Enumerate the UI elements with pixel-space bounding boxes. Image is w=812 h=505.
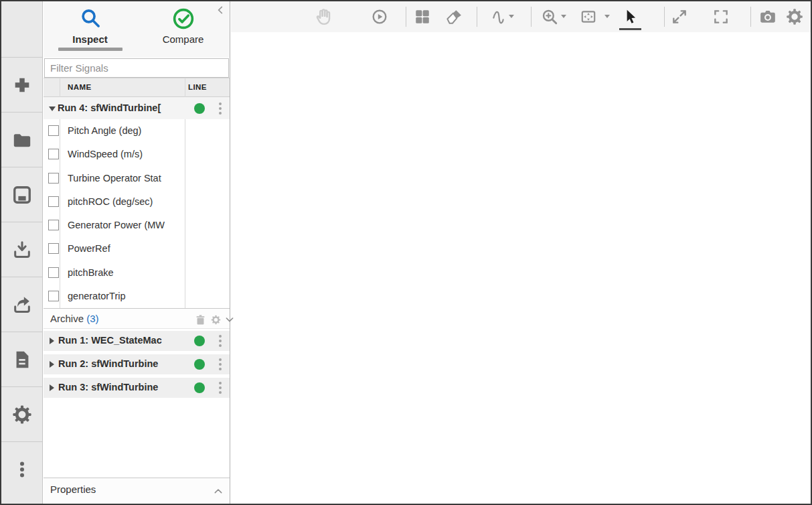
expander-caret-right-icon[interactable] — [50, 338, 54, 344]
signal-line-swatch[interactable] — [194, 177, 226, 180]
plot-settings-button[interactable] — [785, 7, 804, 26]
archive-run-list: Run 1: WEC_StateMac Run 2: sfWindTurbine… — [44, 331, 230, 401]
signal-checkbox[interactable] — [48, 243, 59, 254]
archive-run-label: Run 2: sfWindTurbine — [58, 358, 189, 369]
filter-signals-box — [44, 58, 229, 78]
plus-icon — [12, 75, 32, 95]
fit-to-view-dropdown[interactable] — [604, 15, 610, 18]
signal-row[interactable]: pitchBrake — [44, 261, 230, 285]
toolbar-separator — [531, 7, 532, 27]
open-button[interactable] — [1, 112, 42, 167]
fullscreen-button[interactable] — [712, 7, 730, 26]
signal-checkbox[interactable] — [48, 267, 59, 278]
expander-caret-down-icon[interactable] — [49, 106, 56, 111]
save-button[interactable] — [1, 167, 42, 222]
collapse-panel-button[interactable] — [216, 5, 226, 18]
signal-line-swatch[interactable] — [194, 200, 226, 204]
fit-to-view-icon — [580, 8, 597, 25]
signal-row[interactable]: Pitch Angle (deg) — [44, 119, 230, 143]
run-menu-button[interactable] — [215, 334, 226, 348]
clear-subplots-button[interactable] — [444, 7, 463, 26]
run-status-dot — [194, 103, 205, 114]
pointer-tool-button[interactable] — [621, 7, 639, 26]
chevron-left-icon — [216, 5, 226, 15]
signal-checkbox[interactable] — [48, 149, 59, 159]
subplot-layout-button[interactable] — [413, 7, 432, 26]
snapshot-button[interactable] — [758, 7, 777, 26]
signal-line-swatch[interactable] — [194, 271, 226, 275]
signal-options-button[interactable] — [490, 7, 509, 26]
import-button[interactable] — [1, 222, 42, 277]
properties-bar[interactable]: Properties — [44, 478, 230, 502]
column-divider — [185, 78, 185, 97]
document-icon — [12, 350, 32, 370]
add-button[interactable] — [1, 57, 42, 112]
panel-tabs: Inspect Compare — [44, 1, 230, 58]
signal-row[interactable]: PowerRef — [44, 237, 230, 261]
preferences-button[interactable] — [1, 386, 42, 441]
zoom-in-button[interactable] — [540, 7, 559, 26]
more-options-button[interactable] — [1, 441, 42, 496]
column-divider — [185, 119, 185, 309]
archive-settings-button[interactable] — [208, 312, 223, 327]
table-header: NAME LINE — [44, 78, 230, 97]
export-button[interactable] — [1, 277, 42, 332]
signal-checkbox[interactable] — [48, 291, 59, 301]
signal-row[interactable]: Turbine Operator Stat — [44, 167, 230, 190]
chevron-up-icon — [213, 486, 224, 496]
pan-tool-button[interactable] — [313, 7, 332, 26]
signal-line-swatch[interactable] — [194, 247, 226, 250]
signal-row[interactable]: pitchROC (deg/sec) — [44, 190, 230, 214]
archive-run-row[interactable]: Run 1: WEC_StateMac — [44, 331, 230, 351]
run-menu-button[interactable] — [215, 380, 226, 395]
export-share-icon — [12, 295, 32, 315]
simulation-data-inspector-window: Inspect Compare NAME LINE Run 4: sfWindT… — [0, 0, 812, 505]
app-rail — [1, 1, 43, 504]
cursor-arrow-icon — [621, 8, 639, 25]
archive-delete-button[interactable] — [193, 312, 208, 327]
folder-icon — [12, 130, 32, 150]
archive-run-row[interactable]: Run 2: sfWindTurbine — [44, 354, 230, 374]
run-row-current[interactable]: Run 4: sfWindTurbine[ — [44, 97, 230, 121]
import-icon — [12, 240, 32, 260]
signal-list: Pitch Angle (deg) WindSpeed (m/s) Turbin… — [44, 119, 230, 309]
expander-caret-right-icon[interactable] — [50, 384, 54, 391]
replay-button[interactable] — [370, 7, 389, 26]
tab-inspect[interactable]: Inspect — [44, 1, 137, 58]
signal-checkbox[interactable] — [48, 173, 59, 184]
expand-plot-button[interactable] — [670, 7, 689, 26]
signal-line-swatch[interactable] — [194, 224, 226, 227]
column-header-line: LINE — [188, 83, 207, 91]
zoom-in-icon — [541, 8, 558, 25]
signal-wave-icon — [491, 8, 508, 25]
signal-checkbox[interactable] — [48, 220, 59, 230]
signal-row[interactable]: generatorTrip — [44, 285, 230, 308]
plot-toolbar — [231, 1, 811, 32]
run-menu-button[interactable] — [215, 357, 226, 372]
toolbar-separator — [406, 7, 406, 27]
filter-signals-input[interactable] — [44, 58, 229, 78]
column-divider — [60, 119, 60, 309]
report-button[interactable] — [1, 332, 42, 386]
expander-caret-right-icon[interactable] — [50, 361, 54, 368]
fit-to-view-button[interactable] — [579, 7, 598, 26]
signal-checkbox[interactable] — [48, 196, 59, 207]
fullscreen-brackets-icon — [712, 8, 730, 25]
vertical-ellipsis-icon — [12, 459, 32, 480]
zoom-dropdown[interactable] — [561, 15, 566, 18]
run-menu-button[interactable] — [215, 101, 226, 116]
signal-line-swatch[interactable] — [194, 129, 226, 133]
archive-collapse-button[interactable] — [222, 312, 237, 327]
properties-expand-button[interactable] — [211, 484, 226, 498]
signal-row[interactable]: WindSpeed (m/s) — [44, 143, 230, 166]
active-tab-underline — [58, 48, 123, 51]
run-label: Run 4: sfWindTurbine[ — [58, 102, 188, 113]
archive-run-label: Run 1: WEC_StateMac — [58, 335, 189, 346]
signal-line-swatch[interactable] — [194, 153, 226, 156]
archive-run-row[interactable]: Run 3: sfWindTurbine — [44, 378, 230, 398]
signal-row[interactable]: Generator Power (MW — [44, 214, 230, 237]
signal-checkbox[interactable] — [48, 125, 59, 136]
signal-line-swatch[interactable] — [194, 295, 226, 298]
signal-options-dropdown[interactable] — [509, 15, 514, 18]
run-status-dot — [194, 336, 205, 346]
